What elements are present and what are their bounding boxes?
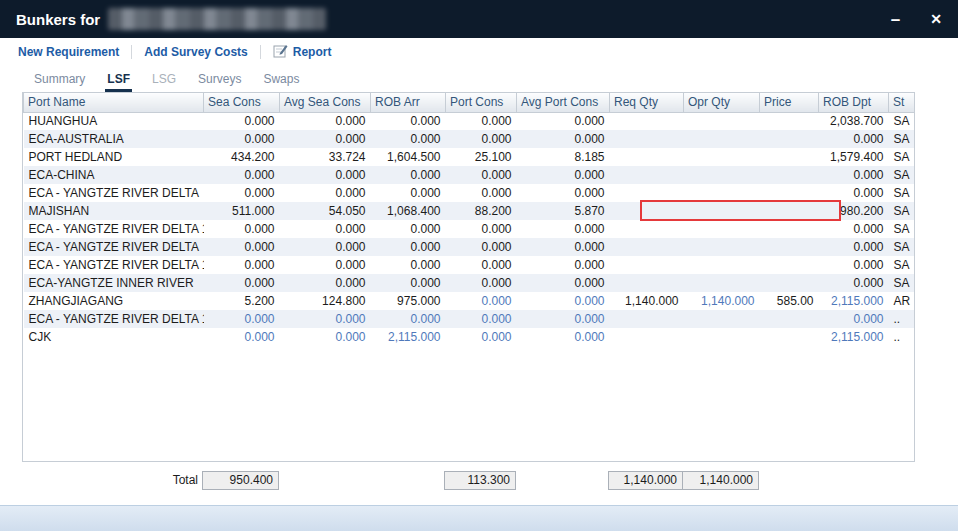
column-header[interactable]: ROB Arr — [371, 93, 446, 112]
value-cell[interactable] — [610, 256, 684, 274]
value-cell[interactable] — [760, 130, 819, 148]
value-cell[interactable]: 25.100 — [446, 148, 517, 166]
port-name-cell[interactable]: ECA - YANGTZE RIVER DELTA — [24, 238, 204, 256]
value-cell[interactable]: 0.000 — [204, 256, 280, 274]
close-button[interactable]: ✕ — [930, 12, 942, 26]
port-name-cell[interactable]: ECA-YANGTZE INNER RIVER — [24, 274, 204, 292]
value-cell[interactable]: 0.000 — [446, 220, 517, 238]
value-cell[interactable]: 0.000 — [280, 274, 371, 292]
port-name-cell[interactable]: ECA - YANGTZE RIVER DELTA 1O( — [24, 256, 204, 274]
value-cell[interactable]: AR — [889, 292, 915, 310]
value-cell[interactable] — [684, 130, 760, 148]
value-cell[interactable]: .. — [889, 310, 915, 328]
value-cell[interactable]: 0.000 — [204, 220, 280, 238]
value-cell[interactable]: 0.000 — [204, 274, 280, 292]
tab-swaps[interactable]: Swaps — [261, 72, 301, 92]
value-cell[interactable]: 0.000 — [446, 238, 517, 256]
value-cell[interactable]: 434.200 — [204, 148, 280, 166]
value-cell[interactable] — [610, 148, 684, 166]
tab-lsg[interactable]: LSG — [150, 72, 178, 92]
value-cell[interactable]: .. — [889, 328, 915, 346]
value-cell[interactable] — [684, 328, 760, 346]
value-cell[interactable]: 0.000 — [371, 220, 446, 238]
value-cell[interactable]: 0.000 — [517, 256, 610, 274]
value-cell[interactable]: 0.000 — [517, 112, 610, 130]
value-cell[interactable]: 0.000 — [280, 238, 371, 256]
value-cell[interactable]: 0.000 — [280, 112, 371, 130]
table-row[interactable]: ECA - YANGTZE RIVER DELTA 1O(0.0000.0000… — [24, 310, 915, 328]
port-name-cell[interactable]: ECA - YANGTZE RIVER DELTA — [24, 184, 204, 202]
column-header[interactable]: Req Qty — [610, 93, 684, 112]
value-cell[interactable]: 8.185 — [517, 148, 610, 166]
value-cell[interactable] — [760, 274, 819, 292]
value-cell[interactable] — [684, 238, 760, 256]
value-cell[interactable]: 0.000 — [517, 166, 610, 184]
value-cell[interactable]: 0.000 — [204, 238, 280, 256]
value-cell[interactable] — [760, 310, 819, 328]
column-header[interactable]: Port Name — [24, 93, 204, 112]
value-cell[interactable]: 585.00 — [760, 292, 819, 310]
value-cell[interactable] — [684, 274, 760, 292]
value-cell[interactable] — [610, 220, 684, 238]
report-button[interactable]: Report — [293, 45, 332, 59]
value-cell[interactable] — [684, 220, 760, 238]
value-cell[interactable]: 511.000 — [204, 202, 280, 220]
value-cell[interactable] — [610, 112, 684, 130]
value-cell[interactable]: 0.000 — [517, 310, 610, 328]
value-cell[interactable]: 0.000 — [371, 274, 446, 292]
value-cell[interactable] — [760, 166, 819, 184]
value-cell[interactable]: 0.000 — [446, 256, 517, 274]
value-cell[interactable]: 0.000 — [819, 310, 889, 328]
value-cell[interactable]: 0.000 — [204, 130, 280, 148]
table-row[interactable]: HUANGHUA0.0000.0000.0000.0000.0002,038.7… — [24, 112, 915, 130]
value-cell[interactable]: 0.000 — [819, 130, 889, 148]
add-survey-costs-button[interactable]: Add Survey Costs — [144, 45, 247, 59]
value-cell[interactable]: 1,068.400 — [371, 202, 446, 220]
value-cell[interactable]: 2,115.000 — [819, 292, 889, 310]
value-cell[interactable]: 0.000 — [517, 238, 610, 256]
value-cell[interactable] — [760, 112, 819, 130]
column-header[interactable]: Port Cons — [446, 93, 517, 112]
value-cell[interactable]: 2,038.700 — [819, 112, 889, 130]
new-requirement-button[interactable]: New Requirement — [18, 45, 119, 59]
column-header[interactable]: Price — [760, 93, 819, 112]
value-cell[interactable]: SA — [889, 148, 915, 166]
table-row[interactable]: ECA - YANGTZE RIVER DELTA 1O(0.0000.0000… — [24, 256, 915, 274]
column-header[interactable]: St — [889, 93, 915, 112]
value-cell[interactable]: SA — [889, 166, 915, 184]
table-row[interactable]: CJK0.0000.0002,115.0000.0000.0002,115.00… — [24, 328, 915, 346]
table-row[interactable]: ECA-CHINA0.0000.0000.0000.0000.0000.000S… — [24, 166, 915, 184]
value-cell[interactable]: SA — [889, 130, 915, 148]
value-cell[interactable]: 0.000 — [204, 112, 280, 130]
value-cell[interactable]: 1,140.000 — [684, 292, 760, 310]
table-row[interactable]: ECA - YANGTZE RIVER DELTA0.0000.0000.000… — [24, 238, 915, 256]
value-cell[interactable] — [760, 328, 819, 346]
value-cell[interactable]: 0.000 — [819, 220, 889, 238]
value-cell[interactable]: 0.000 — [446, 292, 517, 310]
value-cell[interactable]: 0.000 — [371, 310, 446, 328]
value-cell[interactable]: 0.000 — [371, 166, 446, 184]
value-cell[interactable] — [684, 310, 760, 328]
value-cell[interactable]: 0.000 — [517, 274, 610, 292]
value-cell[interactable]: SA — [889, 274, 915, 292]
table-row[interactable]: ECA-YANGTZE INNER RIVER0.0000.0000.0000.… — [24, 274, 915, 292]
value-cell[interactable]: SA — [889, 202, 915, 220]
value-cell[interactable]: 5.200 — [204, 292, 280, 310]
port-name-cell[interactable]: CJK — [24, 328, 204, 346]
column-header[interactable]: Opr Qty — [684, 93, 760, 112]
value-cell[interactable]: 0.000 — [280, 310, 371, 328]
value-cell[interactable]: 0.000 — [446, 274, 517, 292]
value-cell[interactable]: 0.000 — [371, 238, 446, 256]
value-cell[interactable] — [760, 238, 819, 256]
value-cell[interactable]: 2,115.000 — [819, 328, 889, 346]
value-cell[interactable]: 0.000 — [819, 274, 889, 292]
value-cell[interactable]: 1,604.500 — [371, 148, 446, 166]
value-cell[interactable] — [610, 328, 684, 346]
value-cell[interactable]: 0.000 — [371, 256, 446, 274]
value-cell[interactable]: 0.000 — [204, 166, 280, 184]
value-cell[interactable]: 0.000 — [371, 184, 446, 202]
value-cell[interactable]: 0.000 — [371, 112, 446, 130]
tab-surveys[interactable]: Surveys — [196, 72, 243, 92]
port-name-cell[interactable]: HUANGHUA — [24, 112, 204, 130]
value-cell[interactable]: 0.000 — [204, 328, 280, 346]
